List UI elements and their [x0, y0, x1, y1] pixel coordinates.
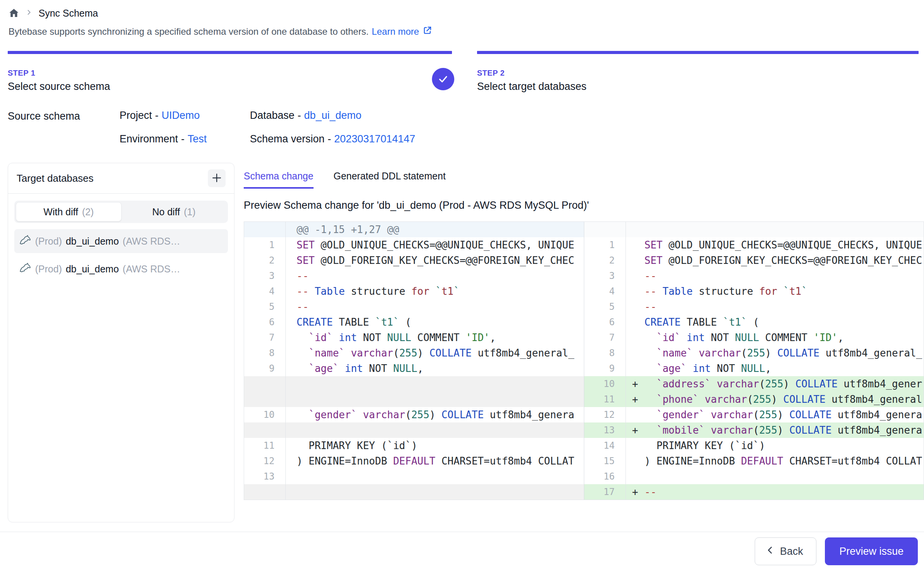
- code-line: [626, 222, 924, 237]
- step-2-title: Select target databases: [477, 81, 919, 93]
- code-line: --: [286, 268, 584, 284]
- line-number: 13: [244, 469, 286, 484]
- target-databases-title: Target databases: [17, 172, 93, 184]
- line-number: 12: [244, 453, 286, 469]
- line-number: 17: [584, 484, 626, 500]
- diff-line: @@ -1,15 +1,27 @@: [244, 222, 584, 237]
- line-number: 5: [244, 299, 286, 314]
- diff-line: 3--: [244, 268, 584, 284]
- breadcrumb: Sync Schema: [0, 0, 924, 20]
- tab-generated-ddl[interactable]: Generated DDL statement: [334, 171, 446, 189]
- code-line: `age` int NOT NULL,: [626, 361, 924, 376]
- code-line: --: [626, 299, 924, 314]
- line-number: 1: [584, 237, 626, 253]
- code-line: SET @OLD_FOREIGN_KEY_CHECKS=@@FOREIGN_KE…: [286, 253, 584, 268]
- code-line: + `address` varchar(255) COLLATE utf8mb4…: [626, 376, 924, 392]
- project-link[interactable]: UIDemo: [162, 110, 200, 121]
- code-line: [286, 376, 584, 392]
- database-list-item[interactable]: (Prod) db_ui_demo (AWS RDS MySQL Prod): [14, 229, 228, 253]
- diff-add-marker: [632, 253, 644, 268]
- mysql-icon: [19, 262, 31, 276]
- diff-add-marker: +: [632, 392, 644, 407]
- line-number: 1: [244, 237, 286, 253]
- step-1: STEP 1 Select source schema: [8, 51, 452, 93]
- diff-line: 10 `gender` varchar(255) COLLATE utf8mb4…: [244, 407, 584, 422]
- diff-line: 6 CREATE TABLE `t1` (: [584, 314, 924, 330]
- code-line: CREATE TABLE `t1` (: [286, 314, 584, 330]
- line-number: [584, 222, 626, 237]
- preview-issue-button[interactable]: Preview issue: [825, 537, 918, 565]
- step-complete-icon: [432, 68, 454, 90]
- line-number: 13: [584, 422, 626, 438]
- sync-schema-page: Sync Schema Bytebase supports synchroniz…: [0, 0, 924, 571]
- schema-version-link[interactable]: 20230317014147: [334, 133, 415, 145]
- target-database-list: (Prod) db_ui_demo (AWS RDS MySQL Prod) (…: [8, 225, 234, 285]
- tab-with-diff[interactable]: With diff (2): [16, 202, 121, 221]
- line-number: 6: [244, 314, 286, 330]
- database-list-item[interactable]: (Prod) db_ui_demo (AWS RDS MySQL Prod): [14, 257, 228, 281]
- step-2-label: STEP 2: [477, 69, 919, 78]
- line-number: 6: [584, 314, 626, 330]
- step-1-label: STEP 1: [8, 69, 452, 78]
- code-line: --: [626, 268, 924, 284]
- diff-add-marker: [632, 237, 644, 253]
- tab-schema-change[interactable]: Schema change: [244, 171, 314, 189]
- line-number: 3: [584, 268, 626, 284]
- diff-line: 6CREATE TABLE `t1` (: [244, 314, 584, 330]
- diff-line: 12 `gender` varchar(255) COLLATE utf8mb4…: [584, 407, 924, 422]
- footer-divider: [0, 532, 924, 532]
- mysql-icon: [19, 234, 31, 248]
- step-1-progress-bar: [8, 51, 452, 54]
- line-number: 7: [244, 330, 286, 345]
- diff-line: 8 `name` varchar(255) COLLATE utf8mb4_ge…: [584, 345, 924, 361]
- diff-line: 17+--: [584, 484, 924, 500]
- code-line: @@ -1,15 +1,27 @@: [286, 222, 584, 237]
- home-icon[interactable]: [8, 8, 19, 19]
- diff-add-marker: [632, 438, 644, 453]
- line-number: [244, 422, 286, 438]
- diff-line: 9 `age` int NOT NULL,: [584, 361, 924, 376]
- code-line: --: [286, 299, 584, 314]
- line-number: 16: [584, 469, 626, 484]
- intro-text: Bytebase supports synchronizing a specif…: [8, 26, 369, 37]
- stepper: STEP 1 Select source schema STEP 2 Selec…: [8, 51, 919, 93]
- source-schema-label: Source schema: [8, 110, 120, 145]
- schema-diff-viewer[interactable]: @@ -1,15 +1,27 @@1SET @OLD_UNIQUE_CHECKS…: [244, 221, 924, 500]
- tab-no-diff[interactable]: No diff (1): [121, 202, 226, 221]
- diff-line: [244, 392, 584, 407]
- line-number: 10: [584, 376, 626, 392]
- code-line: SET @OLD_UNIQUE_CHECKS=@@UNIQUE_CHECKS, …: [626, 237, 924, 253]
- line-number: [244, 484, 286, 500]
- external-link-icon: [422, 25, 432, 38]
- code-line: `name` varchar(255) COLLATE utf8mb4_gene…: [626, 345, 924, 361]
- diff-line: [244, 376, 584, 392]
- diff-add-marker: [632, 314, 644, 330]
- diff-add-marker: [632, 268, 644, 284]
- line-number: 4: [244, 284, 286, 299]
- code-line: `gender` varchar(255) COLLATE utf8mb4_ge…: [286, 407, 584, 422]
- diff-add-marker: [632, 299, 644, 314]
- diff-line: [584, 222, 924, 237]
- diff-line: 7 `id` int NOT NULL COMMENT 'ID',: [584, 330, 924, 345]
- line-number: 15: [584, 453, 626, 469]
- line-number: 2: [244, 253, 286, 268]
- diff-line: 7 `id` int NOT NULL COMMENT 'ID',: [244, 330, 584, 345]
- diff-add-marker: +: [632, 484, 644, 500]
- environment-link[interactable]: Test: [188, 133, 207, 145]
- code-line: +--: [626, 484, 924, 500]
- diff-add-marker: [632, 453, 644, 469]
- code-line: -- Table structure for `t1`: [626, 284, 924, 299]
- page-title: Sync Schema: [39, 8, 98, 19]
- code-line: [286, 422, 584, 438]
- learn-more-link[interactable]: Learn more: [372, 25, 432, 38]
- line-number: 3: [244, 268, 286, 284]
- diff-pane-new: 1 SET @OLD_UNIQUE_CHECKS=@@UNIQUE_CHECKS…: [584, 222, 924, 500]
- database-link[interactable]: db_ui_demo: [304, 110, 362, 121]
- line-number: 12: [584, 407, 626, 422]
- diff-line: 8 `name` varchar(255) COLLATE utf8mb4_ge…: [244, 345, 584, 361]
- diff-add-marker: +: [632, 376, 644, 392]
- back-button[interactable]: Back: [755, 537, 816, 565]
- diff-line: 13+ `mobile` varchar(255) COLLATE utf8mb…: [584, 422, 924, 438]
- add-target-database-button[interactable]: [208, 169, 226, 187]
- source-environment-field: Environment-Test: [120, 133, 250, 145]
